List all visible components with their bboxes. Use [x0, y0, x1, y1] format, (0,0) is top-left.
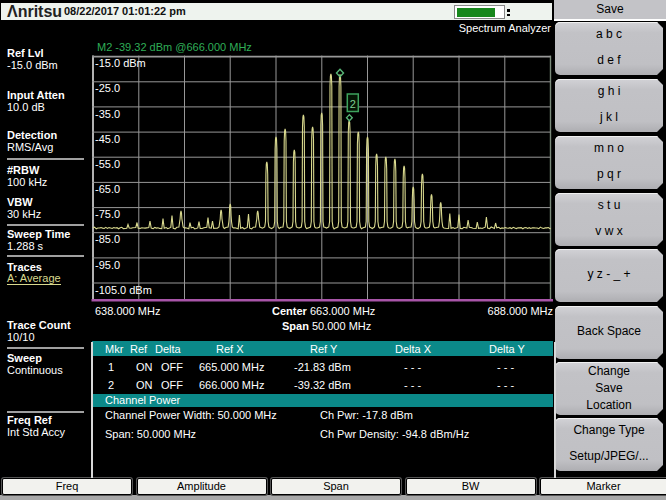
- svg-text:2: 2: [350, 98, 356, 110]
